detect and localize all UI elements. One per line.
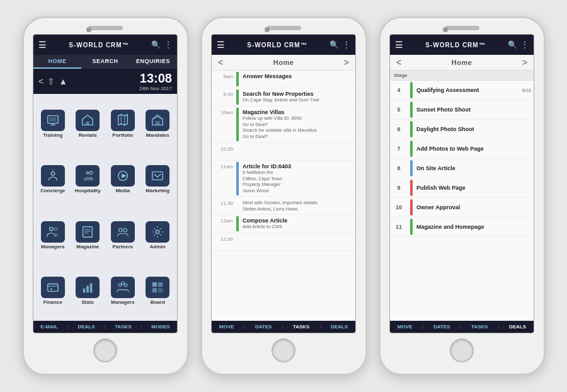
icon-portfolio[interactable]: Portfolio — [106, 96, 140, 151]
content-2: Search for New Properties On Cape Stay, … — [241, 88, 355, 106]
icon-box-managers2 — [111, 277, 135, 298]
icon-box-marketing — [146, 165, 169, 187]
footer-modes[interactable]: MODES — [151, 324, 169, 330]
svg-point-15 — [49, 227, 53, 231]
footer-dates-3[interactable]: DATES — [433, 324, 450, 330]
search-icon-2[interactable]: 🔍 — [329, 40, 339, 49]
icon-managers2[interactable]: Managers — [106, 264, 140, 319]
nav-back-2[interactable]: < — [218, 57, 223, 67]
menu-icon-2[interactable]: ☰ — [217, 40, 225, 50]
menu-icon[interactable]: ☰ — [38, 40, 47, 50]
footer-move-2[interactable]: MOVE — [219, 324, 234, 330]
icon-finance[interactable]: Finance — [36, 264, 70, 319]
bar-5 — [236, 162, 239, 195]
icon-admin[interactable]: Admin — [141, 208, 175, 263]
schedule-item-7[interactable]: 12am Compose Article Add Article to CMS — [212, 215, 355, 233]
stage-badge-4: 9/10 — [522, 88, 534, 93]
stage-row-11[interactable]: 11 Magazine and Homepage — [390, 217, 534, 237]
icon-concierge[interactable]: Concierge — [36, 153, 70, 207]
footer-tasks-3[interactable]: TASKS — [471, 324, 488, 330]
svg-point-26 — [50, 289, 52, 291]
phones-container: ☰ S-WORLD CRM™ 🔍 ⋮ HOME SEARCH ENQUIRIES… — [16, 10, 552, 382]
icon-board[interactable]: Board — [141, 264, 175, 319]
icon-box-rentals — [76, 110, 100, 131]
footer-deals[interactable]: DEALS — [77, 324, 94, 330]
stage-row-8[interactable]: 8 On Site Article — [390, 159, 534, 178]
icon-marketing[interactable]: Marketing — [141, 153, 175, 207]
footer-email[interactable]: E-MAIL — [40, 324, 58, 330]
icon-label-hospitality: Hospitality — [75, 188, 101, 193]
search-icon-3[interactable]: 🔍 — [508, 40, 517, 49]
icon-box-finance — [41, 277, 65, 298]
time-1030: 10.30 — [212, 143, 234, 152]
tab-enquiries[interactable]: ENQUIRIES — [129, 55, 177, 69]
tab-home[interactable]: HOME — [33, 55, 81, 69]
icon-box-stats — [76, 277, 100, 298]
phone2-header: ☰ S-WORLD CRM™ 🔍 ⋮ — [212, 35, 355, 55]
svg-rect-17 — [83, 227, 93, 238]
schedule-item-1[interactable]: 9am Answer Messages — [212, 71, 355, 88]
schedule-item-5[interactable]: 11am Article for ID:6403 6 Nettleton RdC… — [212, 161, 355, 197]
nav-back-3[interactable]: < — [396, 57, 401, 67]
phone-3-home-btn[interactable] — [450, 338, 474, 362]
schedule-item-3[interactable]: 10am Magazine Villas Follow up with Vill… — [212, 107, 355, 143]
phone-3: ☰ S-WORLD CRM™ 🔍 ⋮ < Home > Stage — [379, 16, 546, 376]
more-icon-3[interactable]: ⋮ — [521, 40, 529, 49]
phone-1-home-btn[interactable] — [93, 338, 117, 362]
sub-2: On Cape Stay, Airbnb and Gum Tree — [243, 97, 353, 103]
clock-display: 13:08 — [139, 71, 172, 86]
app-title-3: S-WORLD CRM™ — [425, 42, 485, 49]
schedule-item-2[interactable]: 9.30 Search for New Properties On Cape S… — [212, 88, 355, 107]
footer-deals-2[interactable]: DEALS — [331, 324, 348, 330]
nav-up-icon[interactable]: ▲ — [59, 76, 67, 86]
icon-partners[interactable]: Partners — [106, 208, 140, 263]
svg-rect-27 — [83, 289, 86, 292]
icon-magazine[interactable]: Magazine — [71, 208, 105, 263]
icon-label-stats: Stats — [81, 299, 94, 305]
stage-row-5[interactable]: 5 Sunset Photo Shoot — [390, 100, 534, 120]
icon-label-training: Training — [43, 132, 62, 138]
menu-icon-3[interactable]: ☰ — [395, 40, 403, 50]
icon-media[interactable]: Media — [106, 153, 140, 207]
icon-label-mandates: Mandates — [146, 132, 169, 138]
footer-tasks[interactable]: TASKS — [115, 324, 132, 330]
stage-row-4[interactable]: 4 Qualifying Assessment 9/10 — [390, 81, 534, 100]
nav-back-1[interactable]: < — [38, 76, 43, 86]
svg-rect-4 — [86, 122, 90, 125]
phone2-nav-title: Home — [273, 59, 294, 66]
icon-training[interactable]: Training — [36, 96, 70, 151]
search-icon-1[interactable]: 🔍 — [151, 40, 161, 49]
title-5: Article for ID:6403 — [243, 163, 353, 170]
stage-text-11: Magazine and Homepage — [415, 221, 534, 233]
svg-rect-24 — [48, 284, 59, 292]
stage-row-6[interactable]: 6 Daylight Photo Shoot — [390, 120, 534, 139]
icon-box-concierge — [41, 165, 65, 187]
icon-box-partners — [111, 221, 135, 243]
stage-row-10[interactable]: 10 Owner Approval — [390, 198, 534, 217]
icon-managers[interactable]: Managers — [36, 208, 70, 263]
footer-deals-3[interactable]: DEALS — [509, 324, 526, 330]
more-icon-2[interactable]: ⋮ — [343, 40, 350, 49]
content-7: Compose Article Add Article to CMS — [241, 215, 355, 233]
footer-tasks-2[interactable]: TASKS — [293, 324, 310, 330]
svg-point-22 — [123, 228, 127, 232]
nav-transfer-icon[interactable]: ⇧ — [47, 76, 55, 86]
header-icons-1: 🔍 ⋮ — [151, 40, 172, 49]
icon-mandates[interactable]: Mandates — [141, 96, 175, 151]
stage-row-7[interactable]: 7 Add Photos to Web Page — [390, 139, 534, 159]
more-icon-1[interactable]: ⋮ — [164, 40, 172, 49]
footer-move-3[interactable]: MOVE — [398, 324, 413, 330]
footer-dates-2[interactable]: DATES — [255, 324, 272, 330]
icon-rentals[interactable]: Rentals — [71, 96, 105, 151]
phone-2-home-btn[interactable] — [272, 338, 295, 362]
svg-point-30 — [118, 284, 122, 287]
icon-hospitality[interactable]: Hospitality — [71, 153, 105, 207]
phone1-header: ☰ S-WORLD CRM™ 🔍 ⋮ — [33, 35, 177, 55]
stage-row-9[interactable]: 9 Publish Web Page — [390, 178, 534, 198]
nav-forward-3[interactable]: > — [522, 57, 527, 67]
phone-camera-2 — [265, 27, 270, 32]
tab-search[interactable]: SEARCH — [81, 55, 129, 69]
nav-forward-2[interactable]: > — [344, 57, 349, 67]
icon-stats[interactable]: Stats — [71, 264, 105, 319]
phone3-nav-row: < Home > — [390, 55, 534, 71]
